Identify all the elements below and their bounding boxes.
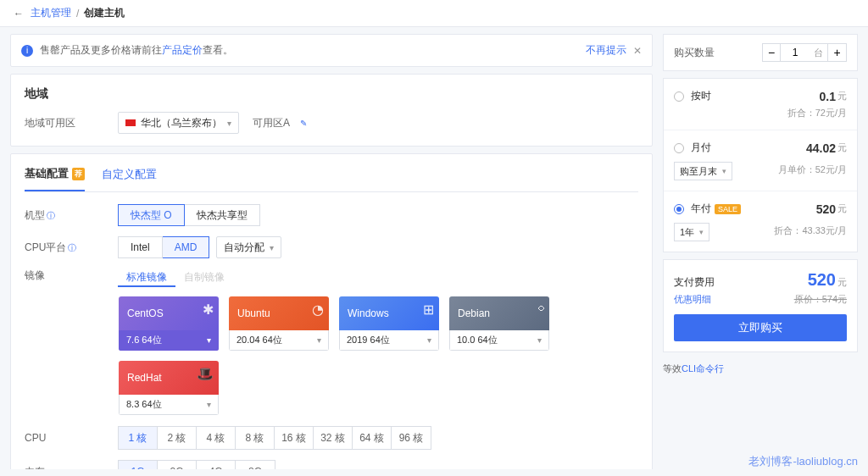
- breadcrumb-parent[interactable]: 主机管理: [31, 6, 71, 20]
- os-version: 8.3 64位: [126, 398, 162, 411]
- plan-name: 月付: [691, 141, 711, 155]
- plan-price: 520: [816, 202, 836, 216]
- os-head: RedHat 🎩: [119, 361, 219, 395]
- help-icon[interactable]: ⓘ: [68, 243, 76, 252]
- os-card-ubuntu[interactable]: Ubuntu ◔ 20.04 64位 ▾: [228, 296, 330, 351]
- cpu-alloc-value: 自动分配: [224, 241, 264, 255]
- plan-subtext: 折合：72元/月: [787, 107, 847, 119]
- breadcrumb-separator: /: [76, 8, 79, 19]
- help-icon[interactable]: ⓘ: [47, 211, 55, 220]
- chevron-down-icon: ▾: [207, 400, 211, 409]
- os-name: Windows: [348, 307, 389, 319]
- os-version-select[interactable]: 2019 64位 ▾: [339, 330, 439, 351]
- plan-radio[interactable]: [674, 204, 684, 214]
- cpu-vendor-amd[interactable]: AMD: [163, 236, 210, 258]
- tab-basic[interactable]: 基础配置 荐: [25, 166, 85, 191]
- total-label: 支付费用: [674, 275, 715, 290]
- region-value: 华北（乌兰察布）: [141, 116, 222, 130]
- model-opt-kuaijie[interactable]: 快杰型 O: [118, 204, 185, 226]
- plan-radio[interactable]: [674, 143, 684, 153]
- cpu-alloc-select[interactable]: 自动分配 ▾: [216, 236, 281, 258]
- os-version-select[interactable]: 7.6 64位 ▾: [119, 330, 219, 351]
- edit-icon[interactable]: ✎: [300, 119, 307, 128]
- plan-duration-select[interactable]: 购至月末▾: [674, 162, 732, 180]
- os-name: Debian: [458, 307, 490, 319]
- cpu-options: 1 核2 核4 核8 核16 核32 核64 核96 核: [118, 426, 431, 450]
- pricing-card: 按时 0.1 元 折合：72元/月 月付 44.02 元 购至月末▾ 月单价：5…: [663, 78, 858, 252]
- os-version: 20.04 64位: [236, 334, 282, 346]
- cpu-opts-opt[interactable]: 4 核: [197, 427, 236, 449]
- cpu-opts-opt[interactable]: 2 核: [158, 427, 197, 449]
- image-type-tabs: 标准镜像 自制镜像: [118, 268, 233, 287]
- cpu-label: CPU: [25, 432, 118, 444]
- qty-plus-button[interactable]: +: [828, 43, 847, 62]
- os-head: Windows ⊞: [339, 296, 439, 330]
- zone-label: 可用区A: [253, 116, 290, 130]
- plan-price: 44.02: [806, 141, 836, 155]
- cli-link[interactable]: CLI命令行: [682, 363, 724, 374]
- cpu-opts-opt[interactable]: 8 核: [236, 427, 275, 449]
- cpu-platform-label: CPU平台ⓘ: [25, 241, 118, 255]
- qty-input[interactable]: [781, 43, 810, 62]
- cpu-vendor-intel[interactable]: Intel: [118, 236, 163, 258]
- cpu-opts-opt[interactable]: 96 核: [392, 427, 431, 449]
- plan-currency: 元: [837, 202, 847, 215]
- os-head: CentOS ✱: [119, 296, 219, 330]
- chevron-down-icon: ▾: [317, 335, 321, 345]
- flag-icon: [125, 119, 136, 126]
- buy-button[interactable]: 立即购买: [674, 314, 847, 341]
- region-select[interactable]: 华北（乌兰察布） ▾: [118, 112, 239, 134]
- cpu-opts-opt[interactable]: 1 核: [119, 427, 158, 449]
- os-version-select[interactable]: 20.04 64位 ▾: [229, 330, 329, 351]
- mem-opts-opt[interactable]: 8G: [236, 461, 275, 469]
- image-type-custom[interactable]: 自制镜像: [175, 268, 233, 287]
- mem-opts-opt[interactable]: 4G: [197, 461, 236, 469]
- os-name: RedHat: [127, 372, 162, 384]
- mem-opts-opt[interactable]: 2G: [158, 461, 197, 469]
- model-group: 快杰型 O 快杰共享型: [118, 204, 260, 226]
- plan-subtext: 折合：43.33元/月: [774, 224, 847, 237]
- os-version: 10.0 64位: [457, 334, 498, 346]
- region-label: 地域可用区: [25, 116, 118, 130]
- plan-radio[interactable]: [674, 91, 684, 102]
- cpu-opts-opt[interactable]: 32 核: [314, 427, 353, 449]
- qty-unit: 台: [810, 43, 828, 62]
- notice-dismiss[interactable]: 不再提示: [586, 43, 626, 58]
- chevron-down-icon: ▾: [699, 228, 704, 236]
- os-head: Debian ࿀: [449, 296, 549, 330]
- qty-panel: 购买数量 − 台 +: [663, 34, 858, 71]
- model-opt-shared[interactable]: 快杰共享型: [185, 204, 260, 226]
- qty-minus-button[interactable]: −: [762, 43, 781, 62]
- tab-custom[interactable]: 自定义配置: [102, 166, 157, 191]
- os-version-select[interactable]: 8.3 64位 ▾: [119, 395, 219, 415]
- os-card-centos[interactable]: CentOS ✱ 7.6 64位 ▾: [118, 296, 220, 351]
- original-price: 原价：574元: [794, 293, 847, 306]
- qty-label: 购买数量: [674, 46, 715, 60]
- tab-basic-label: 基础配置: [25, 166, 69, 181]
- notice-close-icon[interactable]: ✕: [633, 45, 642, 57]
- qty-stepper: − 台 +: [762, 43, 847, 62]
- os-card-redhat[interactable]: RedHat 🎩 8.3 64位 ▾: [118, 360, 220, 416]
- plan-currency: 元: [837, 141, 847, 154]
- os-card-windows[interactable]: Windows ⊞ 2019 64位 ▾: [338, 296, 440, 351]
- chevron-down-icon: ▾: [207, 335, 211, 345]
- price-plan-0[interactable]: 按时 0.1 元 折合：72元/月: [664, 79, 857, 130]
- breadcrumb-current: 创建主机: [84, 6, 125, 20]
- os-version: 7.6 64位: [126, 334, 162, 346]
- recommend-badge: 荐: [72, 168, 85, 180]
- os-card-debian[interactable]: Debian ࿀ 10.0 64位 ▾: [448, 296, 550, 351]
- price-plan-1[interactable]: 月付 44.02 元 购至月末▾ 月单价：52元/月: [664, 130, 857, 191]
- os-version-select[interactable]: 10.0 64位 ▾: [449, 330, 549, 351]
- cpu-opts-opt[interactable]: 64 核: [353, 427, 392, 449]
- notice-pricing-link[interactable]: 产品定价: [162, 43, 203, 58]
- price-plan-2[interactable]: 年付SALE 520 元 1年▾ 折合：43.33元/月: [664, 191, 857, 252]
- total-value: 520: [808, 270, 836, 290]
- cpu-vendor-group: Intel AMD: [118, 236, 209, 258]
- image-type-standard[interactable]: 标准镜像: [118, 268, 175, 287]
- mem-opts-opt[interactable]: 1G: [119, 461, 158, 469]
- plan-name: 按时: [691, 89, 711, 103]
- cpu-opts-opt[interactable]: 16 核: [275, 427, 314, 449]
- discount-detail-link[interactable]: 优惠明细: [674, 293, 711, 306]
- plan-duration-select[interactable]: 1年▾: [674, 223, 709, 241]
- back-icon[interactable]: ←: [14, 8, 24, 19]
